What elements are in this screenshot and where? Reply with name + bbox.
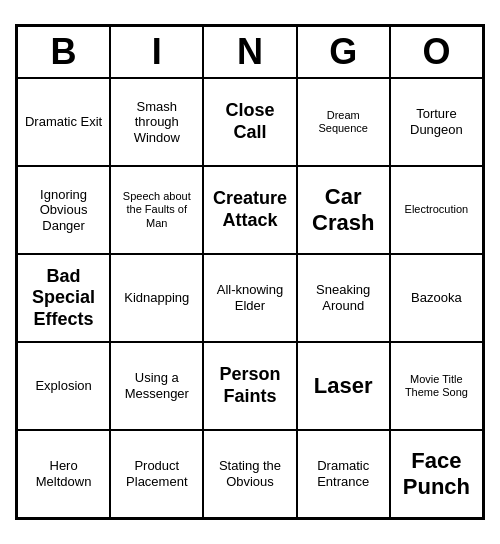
header-letter-g: G [297, 26, 390, 78]
bingo-cell-11: Kidnapping [110, 254, 203, 342]
bingo-cell-6: Speech about the Faults of Man [110, 166, 203, 254]
bingo-cell-0: Dramatic Exit [17, 78, 110, 166]
bingo-cell-23: Dramatic Entrance [297, 430, 390, 518]
bingo-cell-22: Stating the Obvious [203, 430, 296, 518]
bingo-cell-20: Hero Meltdown [17, 430, 110, 518]
bingo-cell-13: Sneaking Around [297, 254, 390, 342]
bingo-cell-5: Ignoring Obvious Danger [17, 166, 110, 254]
bingo-cell-9: Electrocution [390, 166, 483, 254]
bingo-cell-2: Close Call [203, 78, 296, 166]
bingo-cell-19: Movie Title Theme Song [390, 342, 483, 430]
bingo-card: BINGO Dramatic ExitSmash through WindowC… [15, 24, 485, 520]
header-letter-n: N [203, 26, 296, 78]
bingo-cell-3: Dream Sequence [297, 78, 390, 166]
bingo-cell-21: Product Placement [110, 430, 203, 518]
bingo-cell-10: Bad Special Effects [17, 254, 110, 342]
bingo-cell-8: Car Crash [297, 166, 390, 254]
bingo-cell-12: All-knowing Elder [203, 254, 296, 342]
bingo-cell-24: Face Punch [390, 430, 483, 518]
bingo-cell-16: Using a Messenger [110, 342, 203, 430]
bingo-cell-4: Torture Dungeon [390, 78, 483, 166]
bingo-cell-7: Creature Attack [203, 166, 296, 254]
bingo-cell-17: Person Faints [203, 342, 296, 430]
bingo-cell-14: Bazooka [390, 254, 483, 342]
bingo-header: BINGO [17, 26, 483, 78]
bingo-cell-15: Explosion [17, 342, 110, 430]
bingo-grid: Dramatic ExitSmash through WindowClose C… [17, 78, 483, 518]
bingo-cell-18: Laser [297, 342, 390, 430]
header-letter-o: O [390, 26, 483, 78]
header-letter-b: B [17, 26, 110, 78]
header-letter-i: I [110, 26, 203, 78]
bingo-cell-1: Smash through Window [110, 78, 203, 166]
